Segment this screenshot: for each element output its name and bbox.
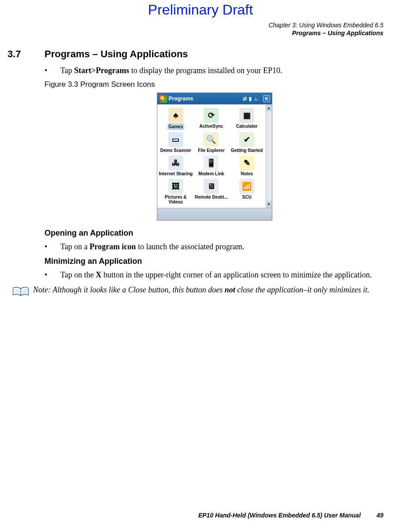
program-icon: 📱Modem Link [193,155,229,177]
bullet-icon: • [45,65,60,76]
program-icon: 🖥Remote Deskt... [193,178,229,205]
programs-grid: ♣Games⟳ActiveSync▦Calculator▭Demo Scanne… [157,104,266,208]
app-glyph-icon: ⟳ [204,108,219,123]
opening-post: to launch the associated program. [136,242,244,251]
app-glyph-icon: 🖼 [168,179,183,194]
minimize-bold: X [96,270,101,279]
minimizing-app-bullet: • Tap on the X button in the upper-right… [45,270,384,280]
start-flag-icon [159,95,167,103]
opening-app-bullet: • Tap on a Program icon to launch the as… [45,241,384,252]
app-label: Internet Sharing [159,171,193,176]
program-icon: 📶SCU [229,178,265,205]
titlebar-text: Programs [169,96,193,102]
app-label: ActiveSync [200,124,223,129]
device-bottom-bar [157,208,272,220]
program-icon: ✎Notes [229,155,265,177]
program-icon: ▦Calculator [229,107,265,130]
minimize-pre: Tap on the [60,270,96,279]
program-icon: ✔Getting Started [229,131,265,154]
program-icon: 🖼Pictures & Videos [158,178,194,205]
app-label: File Explorer [198,148,225,153]
app-glyph-icon: ▦ [239,108,254,123]
app-label: SCU [242,195,252,200]
intro-post: to display the programs installed on you… [129,66,282,75]
note-label: Note: [33,285,52,294]
section-title: Programs – Using Applications [45,48,188,60]
app-glyph-icon: ✎ [239,155,254,170]
note-not: not [225,285,235,294]
program-icon: 🖧Internet Sharing [158,155,194,177]
note-book-icon [12,284,33,299]
page-number: 49 [376,512,383,519]
app-label: Remote Deskt... [195,195,228,200]
program-icon: ♣Games [158,107,194,130]
app-label: Getting Started [231,148,263,153]
programs-screenshot: Programs ⇄ ▮ 🔈 ✕ ♣Games⟳ActiveSync▦Calcu… [157,92,272,221]
app-label: Demo Scanner [160,148,191,153]
app-glyph-icon: 📱 [204,155,219,170]
app-label: Calculator [236,124,258,129]
section-heading: 3.7 Programs – Using Applications [7,48,384,60]
bullet-icon: • [45,270,60,280]
status-icons: ⇄ ▮ 🔈 [243,96,260,102]
close-icon: ✕ [263,95,270,102]
app-label: Games [167,124,184,129]
scroll-down-icon: ▼ [266,201,272,208]
program-icon: ⟳ActiveSync [193,107,229,130]
app-glyph-icon: 📶 [239,179,254,194]
page-footer: EP10 Hand-Held (Windows Embedded 6.5) Us… [198,512,383,519]
note-t1: Although it looks like a Close button, t… [52,285,224,294]
app-label: Pictures & Videos [159,195,193,204]
app-glyph-icon: ▭ [168,132,183,147]
header-chapter: Chapter 3: Using Windows Embedded 6.5 [268,21,383,29]
footer-text: EP10 Hand-Held (Windows Embedded 6.5) Us… [198,512,361,519]
minimize-post: button in the upper-right corner of an a… [101,270,371,279]
opening-app-heading: Opening an Application [45,229,384,238]
app-glyph-icon: 🔍 [204,132,219,147]
note-block: Note: Although it looks like a Close but… [12,284,384,299]
intro-bullet: • Tap Start>Programs to display the prog… [45,65,384,76]
device-titlebar: Programs ⇄ ▮ 🔈 ✕ [157,93,272,104]
bullet-icon: • [45,241,60,252]
scrollbar: ▲ ▼ [266,104,272,208]
program-icon: 🔍File Explorer [193,131,229,154]
figure-caption: Figure 3.3 Program Screen Icons [45,80,384,89]
app-label: Modem Link [198,171,224,176]
app-label: Notes [241,171,253,176]
app-glyph-icon: ✔ [239,132,254,147]
opening-pre: Tap on a [60,242,89,251]
running-header: Chapter 3: Using Windows Embedded 6.5 Pr… [268,21,383,37]
minimizing-app-heading: Minimizing an Application [45,257,384,266]
header-section: Programs – Using Applications [268,29,383,37]
app-glyph-icon: ♣ [168,108,183,123]
preliminary-draft-watermark: Preliminary Draft [0,2,401,18]
program-icon: ▭Demo Scanner [158,131,194,154]
note-t2: close the application–it only minimizes … [235,285,369,294]
app-glyph-icon: 🖧 [168,155,183,170]
scroll-up-icon: ▲ [266,104,272,111]
section-number: 3.7 [7,48,45,60]
opening-bold: Program icon [89,242,136,251]
intro-bold: Start>Programs [74,66,129,75]
intro-pre: Tap [60,66,74,75]
app-glyph-icon: 🖥 [204,179,219,194]
